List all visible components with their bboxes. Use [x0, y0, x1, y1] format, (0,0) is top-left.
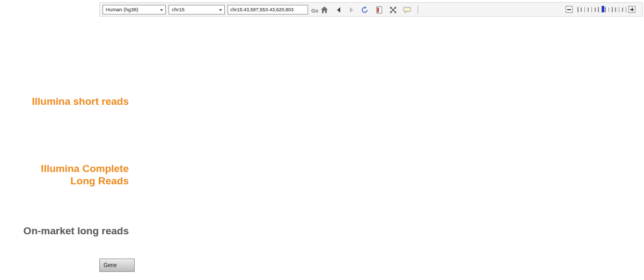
genome-view-canvas — [0, 0, 644, 280]
igv-window: Human (hg38) chr15 Go — [0, 0, 644, 280]
